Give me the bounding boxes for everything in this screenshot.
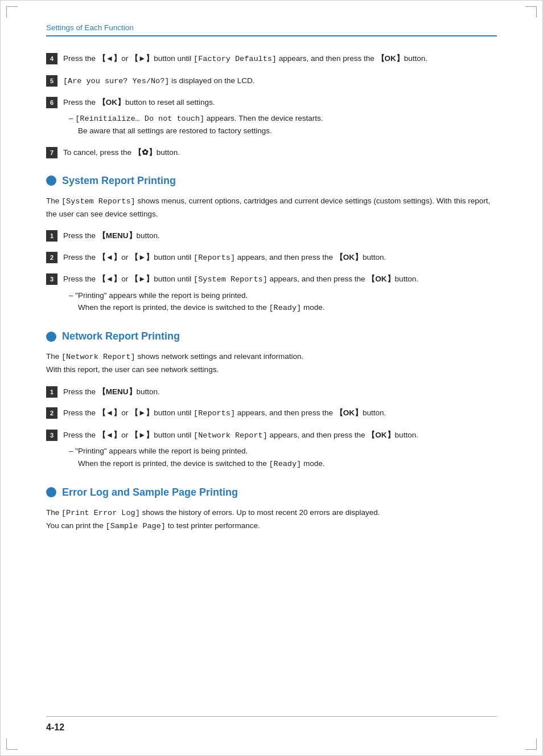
- network-step-1-content: Press the 【MENU】button.: [63, 386, 497, 398]
- footer-divider: [46, 716, 497, 717]
- network-step-3-subsub: When the report is printed, the device i…: [78, 457, 497, 471]
- network-report-title: Network Report Printing: [62, 330, 180, 342]
- network-step-2-number: 2: [46, 407, 57, 419]
- step-7-number: 7: [46, 147, 57, 158]
- system-step-3-subsub: When the report is printed, the device i…: [78, 301, 497, 314]
- system-step-2-content: Press the 【◄】or 【►】button until [Reports…: [63, 251, 497, 264]
- network-step-2-content: Press the 【◄】or 【►】button until [Reports…: [63, 407, 497, 420]
- network-report-section: Network Report Printing The [Network Rep…: [46, 330, 497, 471]
- error-log-dot: [46, 487, 56, 497]
- steps-top-section: 4 Press the 【◄】or 【►】button until [Facto…: [46, 52, 497, 159]
- page-header: Settings of Each Function: [46, 23, 497, 36]
- error-log-title: Error Log and Sample Page Printing: [62, 487, 238, 498]
- error-log-heading: Error Log and Sample Page Printing: [46, 487, 497, 498]
- network-step-2: 2 Press the 【◄】or 【►】button until [Repor…: [46, 407, 497, 420]
- network-report-dot: [46, 332, 56, 342]
- system-step-3-sub: "Printing" appears while the report is b…: [69, 289, 497, 302]
- page-number: 4-12: [46, 722, 64, 732]
- system-step-1-number: 1: [46, 230, 57, 242]
- step-4-number: 4: [46, 53, 57, 64]
- step-5-content: [Are you sure? Yes/No?] is displayed on …: [63, 75, 497, 88]
- system-step-2: 2 Press the 【◄】or 【►】button until [Repor…: [46, 251, 497, 264]
- system-report-section: System Report Printing The [System Repor…: [46, 175, 497, 315]
- system-step-1-content: Press the 【MENU】button.: [63, 230, 497, 242]
- step-6-subsub: Be aware that all settings are restored …: [78, 125, 497, 137]
- system-step-3: 3 Press the 【◄】or 【►】button until [Syste…: [46, 273, 497, 314]
- step-7-content: To cancel, press the 【✿】button.: [63, 146, 497, 159]
- system-step-2-number: 2: [46, 252, 57, 263]
- step-5: 5 [Are you sure? Yes/No?] is displayed o…: [46, 75, 497, 88]
- step-6-content: Press the 【OK】button to reset all settin…: [63, 96, 497, 137]
- step-5-number: 5: [46, 75, 57, 87]
- step-6-number: 6: [46, 97, 57, 108]
- step-6: 6 Press the 【OK】button to reset all sett…: [46, 96, 497, 137]
- network-report-heading: Network Report Printing: [46, 330, 497, 342]
- system-step-1: 1 Press the 【MENU】button.: [46, 230, 497, 242]
- error-log-intro: The [Print Error Log] shows the history …: [46, 506, 497, 533]
- system-step-3-content: Press the 【◄】or 【►】button until [System …: [63, 273, 497, 314]
- step-4-content: Press the 【◄】or 【►】button until [Factory…: [63, 52, 497, 66]
- network-step-3: 3 Press the 【◄】or 【►】button until [Netwo…: [46, 429, 497, 471]
- step-7: 7 To cancel, press the 【✿】button.: [46, 146, 497, 159]
- network-report-intro: The [Network Report] shows network setti…: [46, 350, 497, 377]
- step-4: 4 Press the 【◄】or 【►】button until [Facto…: [46, 52, 497, 66]
- system-report-heading: System Report Printing: [46, 175, 497, 187]
- network-step-3-content: Press the 【◄】or 【►】button until [Network…: [63, 429, 497, 471]
- system-step-3-number: 3: [46, 273, 57, 285]
- network-step-3-number: 3: [46, 430, 57, 441]
- network-step-1-number: 1: [46, 386, 57, 398]
- system-report-title: System Report Printing: [62, 175, 176, 187]
- network-step-1: 1 Press the 【MENU】button.: [46, 386, 497, 398]
- page-footer: 4-12: [46, 716, 497, 733]
- error-log-section: Error Log and Sample Page Printing The […: [46, 487, 497, 533]
- system-report-intro: The [System Reports] shows menus, curren…: [46, 195, 497, 221]
- system-report-dot: [46, 175, 56, 186]
- network-step-3-sub: "Printing" appears while the report is b…: [69, 445, 497, 457]
- step-6-sub: [Reinitialize… Do not touch] appears. Th…: [69, 112, 497, 125]
- header-title: Settings of Each Function: [46, 23, 497, 36]
